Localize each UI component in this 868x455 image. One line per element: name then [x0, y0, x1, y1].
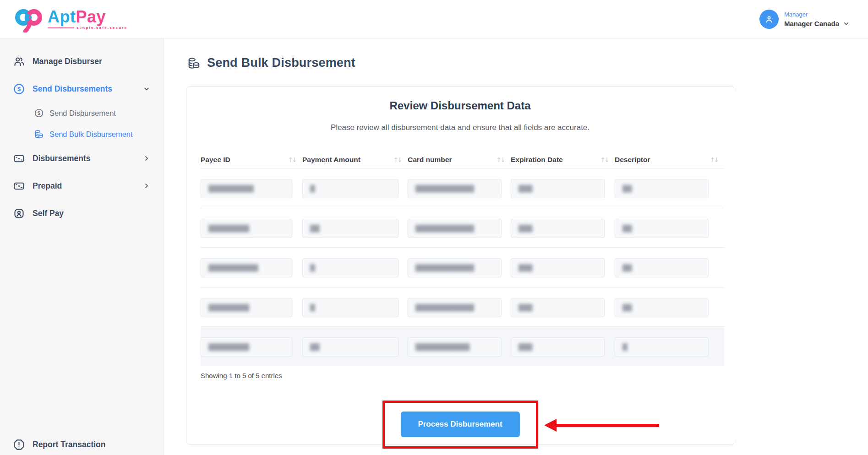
redacted-value: ███ — [519, 185, 532, 192]
dollar-circle-icon: $ — [34, 108, 44, 118]
table-cell-field[interactable]: ████████████ — [408, 337, 502, 357]
table-cell-field[interactable]: ██████████ — [201, 179, 292, 198]
chevron-down-icon[interactable] — [843, 20, 850, 27]
sidebar-item-label: Send Disbursement — [49, 109, 151, 118]
avatar[interactable] — [759, 10, 779, 29]
redacted-value: █████████████ — [415, 304, 474, 311]
aptpay-logo[interactable]: AptPay simple.safe.secure — [14, 6, 127, 32]
sidebar-item-send-disbursement[interactable]: $Send Disbursement — [0, 103, 164, 124]
sort-icon[interactable]: ↑↓ — [497, 156, 504, 163]
sort-icon[interactable]: ↑↓ — [393, 156, 401, 163]
chevron-right-icon[interactable] — [142, 154, 151, 162]
table-cell-field[interactable]: █ — [302, 179, 399, 198]
user-menu[interactable]: Manager Manager Canada — [759, 10, 850, 29]
entries-summary: Showing 1 to 5 of 5 entries — [201, 372, 282, 379]
redacted-value: █ — [622, 343, 627, 351]
people-icon — [13, 55, 25, 68]
table-row: ██████████████████████████████ — [201, 248, 724, 287]
column-header: Card number↑↓ — [408, 152, 511, 168]
redacted-value: ██ — [622, 185, 632, 192]
process-disbursement-button[interactable]: Process Disbursement — [400, 412, 519, 437]
person-badge-icon — [13, 207, 25, 220]
sidebar-item-label: Self Pay — [33, 209, 151, 218]
redacted-value: ██ — [622, 304, 632, 311]
table-cell-field[interactable]: ███ — [511, 337, 605, 357]
redacted-value: █████████████ — [415, 225, 474, 232]
table-cell-field[interactable]: █████████████ — [408, 298, 502, 317]
sidebar-item-label: Disbursements — [33, 154, 142, 163]
sort-icon[interactable]: ↑↓ — [601, 156, 608, 163]
table-cell-field[interactable]: █████████ — [201, 219, 292, 238]
alert-octagon-icon — [13, 439, 25, 451]
top-header: AptPay simple.safe.secure Manager Manage… — [0, 0, 868, 38]
redacted-value: ██ — [622, 225, 632, 232]
sidebar-item-label: Report Transaction — [33, 440, 151, 450]
user-name: Manager Canada — [784, 20, 839, 27]
main-content: Send Bulk Disbursement Review Disburseme… — [164, 38, 868, 455]
table-cell-field[interactable]: ███ — [511, 219, 605, 238]
table-row: ███████████████████████████ — [201, 327, 724, 366]
app-root: AptPay simple.safe.secure Manager Manage… — [0, 0, 868, 455]
sort-icon[interactable]: ↑↓ — [710, 156, 718, 163]
table-cell-field[interactable]: ██ — [615, 258, 709, 277]
column-header-label: Payee ID — [201, 156, 230, 164]
table-cell-field[interactable]: ██ — [302, 219, 399, 238]
table-cell-field[interactable]: ███ — [511, 258, 605, 277]
redacted-value: ███ — [519, 264, 532, 271]
sidebar-item-prepaid[interactable]: Prepaid — [0, 172, 164, 200]
table-cell-field[interactable]: █████████████ — [408, 258, 502, 277]
sidebar: Manage Disburser$Send Disbursements$Send… — [0, 38, 164, 455]
redacted-value: █ — [310, 264, 315, 271]
column-header: Payee ID↑↓ — [201, 152, 302, 168]
table-cell-field[interactable]: ██ — [615, 179, 709, 198]
redacted-value: ██ — [310, 343, 319, 351]
brand-wordmark: AptPay — [48, 9, 127, 25]
chevron-down-icon[interactable] — [142, 85, 151, 93]
column-header: Payment Amount↑↓ — [302, 152, 408, 168]
tagline-rule — [48, 27, 74, 28]
redacted-value: ███ — [519, 225, 532, 232]
sidebar-item-report-transaction[interactable]: Report Transaction — [0, 431, 164, 455]
column-header-label: Payment Amount — [302, 156, 360, 164]
table-row: █████████████████████████████ — [201, 168, 724, 208]
column-header: Expiration Date↑↓ — [511, 152, 615, 168]
table-cell-field[interactable]: ██ — [615, 219, 709, 238]
svg-text:$: $ — [17, 86, 21, 92]
sidebar-item-send-bulk-disbursement[interactable]: Send Bulk Disbursement — [0, 124, 164, 145]
table-header-row: Payee ID↑↓Payment Amount↑↓Card number↑↓E… — [201, 152, 724, 168]
table-cell-field[interactable]: █████████ — [201, 298, 292, 317]
sidebar-item-disbursements[interactable]: Disbursements — [0, 145, 164, 172]
table-cell-field[interactable]: █████████ — [201, 337, 292, 357]
sidebar-item-send-disbursements[interactable]: $Send Disbursements — [0, 75, 164, 103]
table-cell-field[interactable]: █████████████ — [408, 219, 502, 238]
sidebar-item-label: Send Bulk Disbursement — [49, 130, 151, 139]
redacted-value: █████████████ — [415, 185, 474, 192]
table-cell-field[interactable]: ███████████ — [201, 258, 292, 277]
table-cell-field[interactable]: ██ — [302, 337, 399, 357]
sidebar-item-self-pay[interactable]: Self Pay — [0, 200, 164, 227]
review-card: Review Disbursement Data Please review a… — [186, 87, 734, 444]
table-cell-field[interactable]: █ — [302, 258, 399, 277]
sidebar-item-label: Prepaid — [33, 181, 142, 191]
redacted-value: ██████████ — [208, 185, 253, 192]
chevron-right-icon[interactable] — [142, 182, 151, 190]
redacted-value: █ — [310, 304, 315, 311]
table-cell-field[interactable]: ██ — [615, 298, 709, 317]
redacted-value: ███ — [519, 304, 532, 311]
sidebar-nav: Manage Disburser$Send Disbursements$Send… — [0, 38, 164, 227]
sort-icon[interactable]: ↑↓ — [288, 156, 296, 163]
sidebar-item-manage-disburser[interactable]: Manage Disburser — [0, 48, 164, 75]
table-cell-field[interactable]: ███ — [511, 298, 605, 317]
redacted-value: ██ — [310, 225, 319, 232]
page-title: Send Bulk Disbursement — [207, 56, 355, 70]
card-subtitle: Please review all disbursement data and … — [186, 123, 734, 132]
coins-icon — [187, 56, 201, 70]
page-title-row: Send Bulk Disbursement — [187, 56, 355, 70]
redacted-value: █████████████ — [415, 264, 474, 271]
dollar-circle-icon: $ — [13, 83, 25, 95]
table-row: ████████████████████████████ — [201, 287, 724, 327]
table-cell-field[interactable]: █ — [302, 298, 399, 317]
table-cell-field[interactable]: ███ — [511, 179, 605, 198]
table-cell-field[interactable]: █ — [615, 337, 709, 357]
table-cell-field[interactable]: █████████████ — [408, 179, 502, 198]
